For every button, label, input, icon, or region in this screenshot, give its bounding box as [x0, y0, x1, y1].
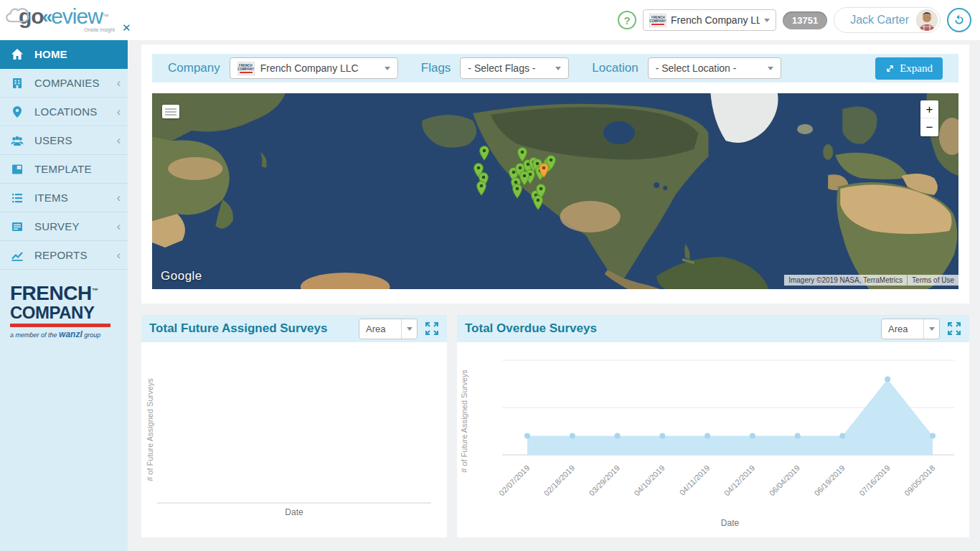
- refresh-button[interactable]: [947, 8, 971, 32]
- brand-line1: FRENCH: [10, 282, 92, 304]
- svg-text:09/05/2018: 09/05/2018: [903, 463, 936, 497]
- sidebar-item-label: REPORTS: [34, 249, 117, 261]
- main-content: Company FRENCHCOMPANY French Company LLC…: [128, 40, 980, 551]
- map-card: Company FRENCHCOMPANY French Company LLC…: [141, 44, 969, 303]
- chevron-down-icon: [401, 319, 417, 339]
- help-icon[interactable]: ?: [618, 11, 636, 29]
- company-logo-icon: FRENCHCOMPANY: [237, 62, 255, 75]
- sidebar-item-template[interactable]: TEMPLATE: [0, 155, 128, 184]
- french-company-logo: FRENCH™ COMPANY a member of the wanzl gr…: [10, 284, 118, 339]
- sidebar-item-home[interactable]: HOME: [0, 40, 128, 69]
- expand-map-button[interactable]: Expand: [875, 57, 943, 80]
- users-icon: [10, 133, 24, 148]
- map-layers-icon[interactable]: [162, 105, 179, 118]
- logo-trademark: ™: [103, 13, 109, 20]
- notification-count-badge[interactable]: 13751: [783, 11, 827, 29]
- svg-text:# of Future Assigned Surveys: # of Future Assigned Surveys: [146, 378, 154, 481]
- header-company-select[interactable]: FRENCHCOMPANY French Company LLC: [643, 9, 776, 31]
- survey-icon: [10, 220, 24, 234]
- items-icon: [10, 191, 24, 205]
- svg-text:02/18/2019: 02/18/2019: [542, 463, 576, 497]
- cloud-icon: [4, 1, 34, 26]
- sidebar-item-reports[interactable]: REPORTS‹: [0, 241, 128, 270]
- map-pin-green[interactable]: [479, 146, 489, 164]
- brand-member-suffix: group: [84, 331, 100, 339]
- flags-filter-select[interactable]: - Select Flags -: [460, 57, 569, 79]
- sidebar-item-label: COMPANIES: [34, 77, 117, 89]
- company-filter-select[interactable]: FRENCHCOMPANY French Company LLC: [230, 57, 398, 79]
- fullscreen-icon[interactable]: [425, 321, 439, 336]
- chevron-down-icon: [555, 67, 561, 70]
- sidebar-item-survey[interactable]: SURVEY‹: [0, 212, 128, 241]
- location-filter-select[interactable]: - Select Location -: [648, 57, 781, 79]
- company-logo-icon: FRENCHCOMPANY: [649, 14, 666, 27]
- brand-member-bold: wanzl: [59, 329, 83, 339]
- company-filter-value: French Company LLC: [260, 62, 379, 74]
- brand-line2: COMPANY: [10, 303, 118, 321]
- google-logo: Google: [161, 269, 202, 283]
- svg-text:Date: Date: [721, 518, 740, 528]
- sidebar-close-icon[interactable]: ✕: [122, 22, 131, 34]
- user-name: Jack Carter: [850, 14, 909, 27]
- chevron-down-icon: [923, 319, 939, 339]
- chevron-left-icon: ‹: [117, 249, 121, 262]
- brand-member-prefix: a member of the: [10, 331, 57, 339]
- sidebar-item-label: ITEMS: [34, 192, 117, 204]
- header-company-value: French Company LLC: [671, 14, 760, 26]
- overdue-surveys-chart: 02/07/201902/18/201903/29/201904/10/2019…: [457, 342, 969, 537]
- sidebar-item-users[interactable]: USERS‹: [0, 126, 128, 155]
- svg-text:02/07/2019: 02/07/2019: [497, 463, 531, 497]
- avatar: [916, 9, 938, 31]
- location-filter-value: - Select Location -: [656, 62, 762, 74]
- future-surveys-header: Total Future Assigned Surveys Area: [141, 315, 447, 342]
- refresh-icon: [953, 14, 966, 27]
- chart-type-select[interactable]: Area: [881, 319, 940, 339]
- map-pin-green[interactable]: [533, 195, 543, 213]
- map-zoom-control: + −: [920, 100, 938, 136]
- future-surveys-card: Total Future Assigned Surveys Area # of …: [141, 315, 447, 537]
- zoom-in-button[interactable]: +: [920, 100, 938, 118]
- chevron-left-icon: ‹: [117, 134, 121, 147]
- fullscreen-icon[interactable]: [947, 321, 961, 336]
- sidebar-item-companies[interactable]: COMPANIES‹: [0, 69, 128, 98]
- user-menu[interactable]: Jack Carter: [834, 7, 941, 33]
- chevron-down-icon: [768, 67, 773, 70]
- svg-text:04/11/2019: 04/11/2019: [678, 463, 712, 497]
- world-map-graphic: [152, 93, 958, 289]
- svg-text:03/29/2019: 03/29/2019: [588, 463, 621, 497]
- map-attribution: Imagery ©2019 NASA, TerraMetrics: [784, 275, 907, 286]
- sidebar-item-label: USERS: [34, 134, 117, 146]
- sidebar-item-label: TEMPLATE: [34, 163, 121, 175]
- sidebar-item-items[interactable]: ITEMS‹: [0, 184, 128, 212]
- sidebar-item-locations[interactable]: LOCATIONS‹: [0, 98, 128, 126]
- chevron-down-icon: [385, 67, 390, 70]
- future-surveys-chart: # of Future Assigned SurveysDate: [141, 342, 447, 537]
- sidebar: HOMECOMPANIES‹LOCATIONS‹USERS‹TEMPLATEIT…: [0, 40, 128, 551]
- overdue-surveys-header: Total Overdue Surveys Area: [457, 315, 969, 342]
- chart-type-select[interactable]: Area: [359, 319, 418, 339]
- chevron-left-icon: ‹: [117, 220, 121, 233]
- map-pin-orange[interactable]: [539, 163, 549, 181]
- companies-icon: [10, 76, 24, 90]
- flags-filter-label: Flags: [421, 61, 451, 75]
- svg-text:07/16/2019: 07/16/2019: [857, 463, 891, 497]
- map-pin-green[interactable]: [519, 171, 529, 189]
- map-pin-green[interactable]: [476, 181, 486, 199]
- terms-of-use-link[interactable]: Terms of Use: [907, 275, 958, 286]
- brand-trademark: ™: [92, 287, 98, 294]
- svg-text:# of Future Assigned Surveys: # of Future Assigned Surveys: [460, 369, 468, 473]
- chevron-left-icon: ‹: [117, 192, 121, 204]
- locations-icon: [10, 105, 24, 119]
- svg-text:06/19/2019: 06/19/2019: [812, 463, 846, 497]
- sidebar-item-label: LOCATIONS: [34, 105, 117, 118]
- chart-title: Total Future Assigned Surveys: [149, 321, 352, 336]
- world-map[interactable]: + − Google Imagery ©2019 NASA, TerraMetr…: [152, 93, 958, 289]
- sidebar-item-label: HOME: [34, 48, 121, 60]
- svg-text:04/12/2019: 04/12/2019: [722, 463, 756, 497]
- zoom-out-button[interactable]: −: [920, 118, 938, 136]
- chevron-left-icon: ‹: [117, 77, 121, 90]
- svg-text:04/10/2019: 04/10/2019: [632, 463, 666, 497]
- chart-type-value: Area: [882, 324, 923, 334]
- home-icon: [10, 47, 24, 62]
- location-filter-label: Location: [592, 61, 638, 75]
